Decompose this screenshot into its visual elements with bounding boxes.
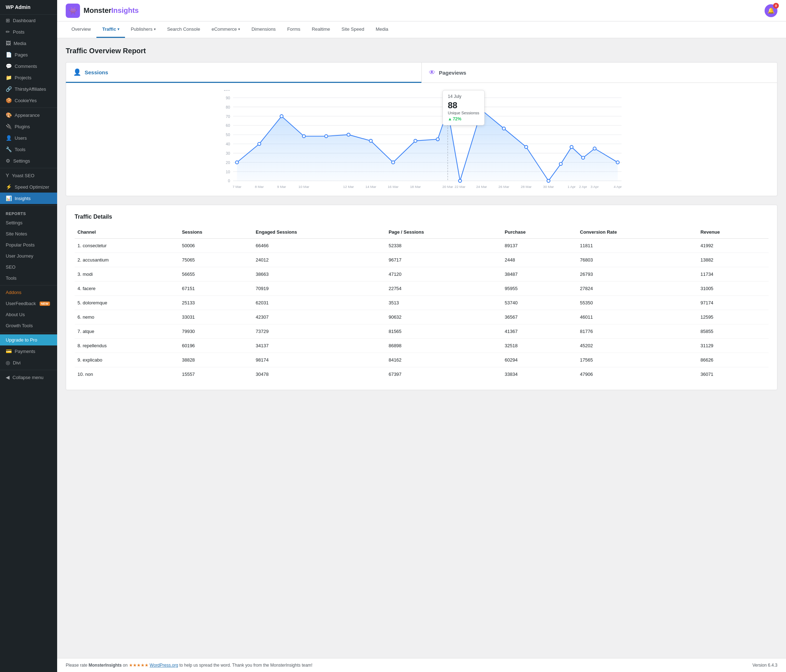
divi-icon: ◎: [6, 360, 10, 365]
sidebar-item-label: CookieYes: [15, 98, 37, 103]
svg-text:16 Mar: 16 Mar: [388, 185, 399, 189]
pageviews-card[interactable]: 👁 Pageviews: [421, 62, 777, 83]
sidebar-item-cookieyes[interactable]: 🍪 CookieYes: [0, 95, 57, 106]
sidebar-collapse-button[interactable]: ◀ Collapse menu: [0, 371, 57, 383]
speed-icon: ⚡: [6, 184, 12, 190]
sidebar-item-thirsty[interactable]: 🔗 ThirstyAffiliates: [0, 83, 57, 95]
svg-text:2 Apr: 2 Apr: [579, 185, 587, 189]
cell-page-sessions: 86898: [386, 339, 502, 353]
sidebar-item-plugins[interactable]: 🔌 Plugins: [0, 121, 57, 132]
cell-conversion: 45202: [577, 339, 698, 353]
wordpress-link[interactable]: WordPress.org: [149, 663, 178, 668]
table-row: 1. consectetur 50006 66466 52338 89137 1…: [75, 239, 769, 253]
cell-engaged: 73729: [253, 324, 386, 339]
table-body: 1. consectetur 50006 66466 52338 89137 1…: [75, 239, 769, 382]
plugins-icon: 🔌: [6, 124, 12, 129]
cell-engaged: 34137: [253, 339, 386, 353]
col-sessions: Sessions: [179, 226, 253, 239]
cell-page-sessions: 96717: [386, 253, 502, 267]
tab-site-speed[interactable]: Site Speed: [336, 21, 370, 38]
sidebar-item-dashboard[interactable]: ⊞ Dashboard: [0, 15, 57, 26]
seo-label: SEO: [6, 264, 15, 270]
logo-monster: Monster: [83, 6, 112, 14]
svg-text:3 Apr: 3 Apr: [591, 185, 599, 189]
tab-forms[interactable]: Forms: [281, 21, 306, 38]
sidebar-item-user-journey[interactable]: User Journey: [0, 250, 57, 261]
sidebar-item-userfeedback[interactable]: UserFeedback NEW: [0, 298, 57, 309]
sidebar-item-growth-tools[interactable]: Growth Tools: [0, 320, 57, 331]
col-revenue: Revenue: [698, 226, 769, 239]
cell-purchase: 2448: [502, 253, 577, 267]
cell-engaged: 98174: [253, 353, 386, 367]
sidebar-item-label: Yoast SEO: [12, 173, 34, 178]
tab-publishers[interactable]: Publishers ▾: [125, 21, 162, 38]
cell-revenue: 85855: [698, 324, 769, 339]
sidebar-item-label: Settings: [13, 158, 30, 164]
sidebar-item-seo[interactable]: SEO: [0, 261, 57, 272]
content-area: Traffic Overview Report 👤 Sessions 👁 Pag…: [57, 38, 786, 658]
cell-engaged: 66466: [253, 239, 386, 253]
sidebar-item-yoast[interactable]: Y Yoast SEO: [0, 170, 57, 181]
cell-sessions: 38828: [179, 353, 253, 367]
sidebar-item-tools[interactable]: 🔧 Tools: [0, 143, 57, 155]
cell-channel: 2. accusantium: [75, 253, 179, 267]
sidebar-item-divi[interactable]: ◎ Divi: [0, 357, 57, 368]
userfeedback-label: UserFeedback: [6, 301, 36, 306]
svg-point-28: [369, 139, 373, 143]
sessions-icon: 👤: [73, 68, 81, 76]
cell-channel: 1. consectetur: [75, 239, 179, 253]
yoast-icon: Y: [6, 173, 9, 178]
sidebar-item-report-settings[interactable]: Settings: [0, 217, 57, 228]
tab-dimensions[interactable]: Dimensions: [246, 21, 281, 38]
sidebar-item-projects[interactable]: 📁 Projects: [0, 72, 57, 83]
footer: Please rate MonsterInsights on ★★★★★ Wor…: [57, 658, 786, 672]
sidebar-item-media[interactable]: 🖼 Media: [0, 38, 57, 49]
tools-icon: 🔧: [6, 146, 12, 152]
sidebar-item-users[interactable]: 👤 Users: [0, 132, 57, 143]
sessions-card[interactable]: 👤 Sessions: [66, 62, 421, 83]
pageviews-icon: 👁: [429, 69, 435, 76]
main-content: 👾 MonsterInsights 🔔 0 Overview Traffic ▾…: [57, 0, 786, 672]
ecommerce-dropdown-arrow: ▾: [238, 27, 240, 31]
cell-channel: 9. explicabo: [75, 353, 179, 367]
divi-label: Divi: [13, 360, 21, 365]
sidebar-item-posts[interactable]: ✏ Posts: [0, 26, 57, 38]
cell-revenue: 31005: [698, 282, 769, 296]
svg-point-22: [235, 161, 239, 164]
sidebar-item-appearance[interactable]: 🎨 Appearance: [0, 109, 57, 121]
tab-realtime[interactable]: Realtime: [306, 21, 336, 38]
svg-point-38: [559, 162, 563, 165]
svg-point-42: [616, 161, 619, 164]
tab-search-console[interactable]: Search Console: [162, 21, 206, 38]
svg-text:100: 100: [223, 90, 230, 91]
sidebar-item-report-tools[interactable]: Tools: [0, 272, 57, 284]
tab-traffic[interactable]: Traffic ▾: [96, 21, 125, 38]
sidebar-item-payments[interactable]: 💳 Payments: [0, 345, 57, 357]
notification-badge: 0: [773, 3, 779, 9]
sidebar-item-settings[interactable]: ⚙ Settings: [0, 155, 57, 167]
sidebar-item-label: Comments: [15, 64, 37, 69]
sidebar-upgrade-button[interactable]: Upgrade to Pro: [0, 334, 57, 345]
cell-sessions: 75065: [179, 253, 253, 267]
tab-ecommerce[interactable]: eCommerce ▾: [206, 21, 246, 38]
sidebar-item-pages[interactable]: 📄 Pages: [0, 49, 57, 60]
sidebar-item-insights[interactable]: 📊 Insights: [0, 192, 57, 204]
cell-channel: 4. facere: [75, 282, 179, 296]
sidebar-item-site-notes[interactable]: Site Notes: [0, 228, 57, 239]
svg-text:26 Mar: 26 Mar: [498, 185, 509, 189]
svg-point-25: [302, 135, 306, 138]
cell-channel: 10. non: [75, 367, 179, 382]
notification-button[interactable]: 🔔 0: [765, 4, 777, 17]
svg-point-27: [347, 133, 351, 137]
sidebar-item-about-us[interactable]: About Us: [0, 309, 57, 320]
svg-point-41: [593, 147, 596, 150]
sidebar-item-comments[interactable]: 💬 Comments: [0, 60, 57, 72]
tab-overview[interactable]: Overview: [66, 21, 96, 38]
addons-section-label: Addons: [6, 290, 21, 295]
tab-media[interactable]: Media: [370, 21, 394, 38]
cell-revenue: 31129: [698, 339, 769, 353]
sidebar-item-popular-posts[interactable]: Popular Posts: [0, 239, 57, 250]
sidebar-item-label: Tools: [15, 147, 25, 152]
sidebar-item-speed[interactable]: ⚡ Speed Optimizer: [0, 181, 57, 192]
cell-revenue: 97174: [698, 296, 769, 310]
